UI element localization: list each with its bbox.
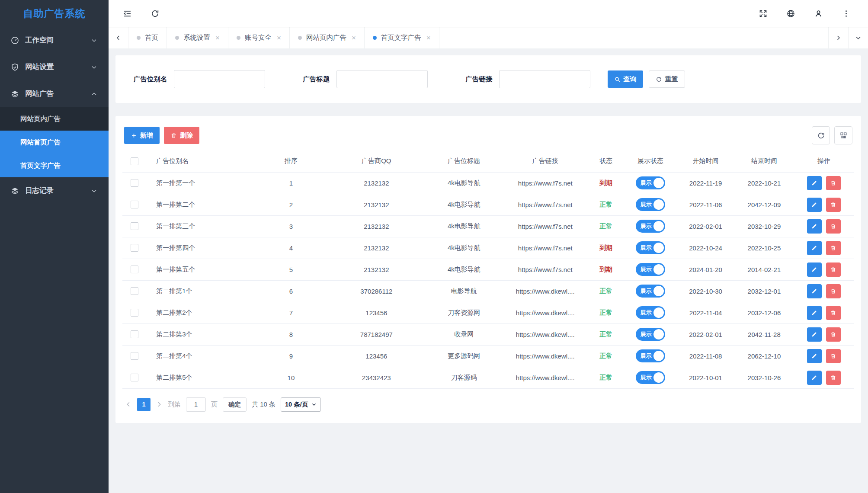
row-checkbox[interactable] [131,374,138,381]
edit-button[interactable] [807,241,822,255]
globe-icon[interactable] [786,9,795,18]
row-checkbox[interactable] [131,244,138,252]
display-toggle[interactable]: 展示 [636,220,665,233]
delete-row-button[interactable] [826,241,841,255]
cell-title: 4k电影导航 [425,215,503,237]
delete-row-button[interactable] [826,198,841,212]
operations [794,349,854,363]
row-checkbox[interactable] [131,222,138,230]
refresh-icon[interactable] [150,9,160,18]
display-toggle[interactable]: 展示 [636,328,665,341]
edit-button[interactable] [807,327,822,342]
display-toggle[interactable]: 展示 [636,176,665,189]
sidebar-item[interactable]: 网站设置 [0,54,109,80]
edit-button[interactable] [807,198,822,212]
kebab-menu-icon[interactable] [841,9,851,18]
display-toggle[interactable]: 展示 [636,306,665,319]
prev-page-button[interactable] [125,401,132,408]
search-input[interactable] [499,70,590,88]
tab-active[interactable]: 首页文字广告× [365,27,439,48]
edit-button[interactable] [807,176,822,190]
display-toggle[interactable]: 展示 [636,371,665,384]
close-icon[interactable]: × [426,34,431,42]
delete-row-button[interactable] [826,371,841,385]
chevron-right-icon [835,35,842,41]
delete-row-button[interactable] [826,306,841,320]
edit-button[interactable] [807,349,822,363]
edit-button[interactable] [807,263,822,277]
page-size-select[interactable]: 10 条/页 [281,397,321,412]
add-button[interactable]: 新增 [124,127,160,144]
goto-confirm-button[interactable]: 确定 [223,397,247,412]
row-checkbox[interactable] [131,330,138,338]
cell-link: https://www.dkewl.... [503,280,587,302]
delete-row-button[interactable] [826,176,841,190]
column-settings-button[interactable] [834,126,852,144]
row-checkbox[interactable] [131,309,138,317]
delete-button[interactable]: 删除 [164,127,199,144]
tabs-dropdown-button[interactable] [848,27,868,48]
select-all-checkbox[interactable] [131,157,138,165]
tab-item[interactable]: 账号安全× [228,27,290,48]
status-text: 正常 [599,287,612,295]
edit-button[interactable] [807,306,822,320]
status-text: 正常 [599,222,612,230]
cell-title: 4k电影导航 [425,259,503,280]
display-toggle[interactable]: 展示 [636,198,665,211]
operations [794,306,854,320]
table-body: 第一排第一个121321324k电影导航https://www.f7s.net到… [122,172,854,388]
operations [794,198,854,212]
refresh-table-button[interactable] [812,126,830,144]
tabs-scroll-left-button[interactable] [109,27,128,48]
edit-button[interactable] [807,371,822,385]
display-toggle[interactable]: 展示 [636,285,665,298]
tab-item[interactable]: 系统设置× [167,27,228,48]
user-icon[interactable] [814,9,823,18]
close-icon[interactable]: × [215,34,220,42]
row-checkbox[interactable] [131,179,138,187]
cell-link: https://www.dkewl.... [503,367,587,388]
collapse-menu-icon[interactable] [122,9,132,18]
sidebar-subitem[interactable]: 网站页内广告 [0,107,109,131]
toggle-knob [653,351,664,361]
fullscreen-icon[interactable] [758,9,768,18]
sidebar-item[interactable]: 网站广告 [0,80,109,107]
chevron-up-icon [91,91,97,97]
query-button[interactable]: 查询 [608,70,643,88]
delete-row-button[interactable] [826,263,841,277]
next-page-button[interactable] [156,401,163,408]
sidebar-subitem[interactable]: 首页文字广告 [0,154,109,177]
reset-button[interactable]: 重置 [649,70,685,88]
row-checkbox[interactable] [131,352,138,360]
close-icon[interactable]: × [277,34,281,42]
sidebar-subitem[interactable]: 网站首页广告 [0,131,109,154]
tab-item[interactable]: 首页 [128,27,167,48]
delete-button-label: 删除 [180,131,193,140]
display-toggle[interactable]: 展示 [636,263,665,276]
tab-item[interactable]: 网站页内广告× [290,27,365,48]
edit-button[interactable] [807,284,822,298]
goto-page-input[interactable] [186,397,206,412]
row-checkbox[interactable] [131,201,138,208]
row-checkbox[interactable] [131,266,138,273]
close-icon[interactable]: × [352,34,356,42]
page-number-button[interactable]: 1 [137,398,151,411]
chevron-down-icon [91,64,97,70]
delete-row-button[interactable] [826,284,841,298]
row-checkbox[interactable] [131,287,138,295]
search-input[interactable] [174,70,265,88]
edit-button[interactable] [807,219,822,234]
delete-row-button[interactable] [826,219,841,234]
delete-row-button[interactable] [826,349,841,363]
tabs-scroll-right-button[interactable] [828,27,848,48]
display-toggle[interactable]: 展示 [636,349,665,362]
search-input[interactable] [336,70,428,88]
sidebar-item[interactable]: 工作空间 [0,27,109,54]
cell-operations [794,237,854,259]
table-header: 广告位别名排序广告商QQ广告位标题广告链接状态展示状态开始时间结束时间操作 [122,150,854,172]
sidebar-item[interactable]: 日志记录 [0,177,109,204]
delete-row-button[interactable] [826,327,841,342]
chevron-down-icon [91,37,97,44]
display-toggle[interactable]: 展示 [636,241,665,254]
column-header: 操作 [794,150,854,172]
